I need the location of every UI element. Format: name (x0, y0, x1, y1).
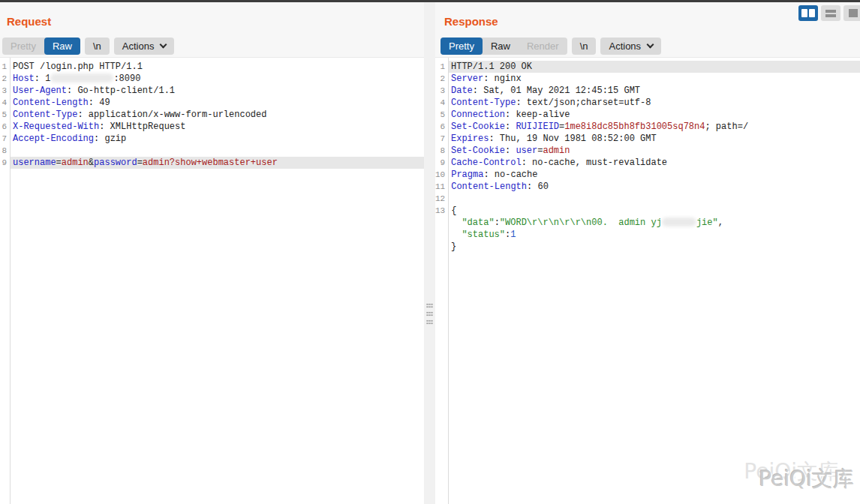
view-split-columns-button[interactable] (798, 5, 818, 21)
editor-line: 4Content-Type: text/json;charset=utf-8 (435, 97, 860, 109)
line-number: 9 (0, 157, 10, 169)
editor-line: 9username=admin&password=admin?show+webm… (0, 157, 424, 169)
line-number: 1 (0, 61, 10, 73)
request-tab-actions[interactable]: Actions (114, 38, 175, 55)
editor-line: 8Set-Cookie: user=admin (435, 145, 860, 157)
line-number: 4 (0, 97, 10, 109)
editor-line: 6X-Requested-With: XMLHttpRequest (0, 121, 424, 133)
line-number: 4 (435, 97, 448, 109)
editor-line: 2Host: 1:8090 (0, 73, 424, 85)
request-tab-pretty[interactable]: Pretty (2, 38, 44, 55)
line-number: 11 (435, 181, 448, 193)
response-tab-pretty[interactable]: Pretty (441, 38, 483, 55)
line-number: 8 (0, 145, 10, 157)
response-tab-actions[interactable]: Actions (600, 38, 661, 55)
line-number (435, 217, 448, 229)
editor-line: 1POST /login.php HTTP/1.1 (0, 61, 424, 73)
editor-line: 8 (0, 145, 424, 157)
line-number: 7 (435, 133, 448, 145)
line-number: 1 (435, 61, 448, 73)
line-number: 5 (435, 109, 448, 121)
editor-line: } (435, 241, 860, 253)
view-single-pane-button[interactable] (843, 5, 860, 21)
line-number (435, 241, 448, 253)
request-panel-title: Request (7, 15, 51, 28)
line-number: 2 (0, 73, 10, 85)
response-tab-raw[interactable]: Raw (483, 38, 519, 55)
request-tab-raw[interactable]: Raw (44, 38, 80, 55)
line-number: 8 (435, 145, 448, 157)
editor-line: 9Cache-Control: no-cache, must-revalidat… (435, 157, 860, 169)
line-number: 3 (0, 85, 10, 97)
editor-line: 7Expires: Thu, 19 Nov 1981 08:52:00 GMT (435, 133, 860, 145)
layout-view-controls (798, 5, 860, 21)
response-tab-group: PrettyRawRender (441, 38, 567, 55)
chevron-down-icon (647, 41, 654, 49)
view-split-rows-button[interactable] (821, 5, 840, 21)
line-number: 2 (435, 73, 448, 85)
splitter-grip-icon[interactable] (426, 303, 433, 325)
line-number: 6 (0, 121, 10, 133)
editor-line: "status":1 (435, 229, 860, 241)
single-pane-icon (849, 9, 858, 17)
line-number: 5 (0, 109, 10, 121)
response-tab-linebreak[interactable]: \n (572, 38, 597, 55)
editor-line: "data":"WORD\r\r\n\r\r\n00. admin yjjie"… (435, 217, 860, 229)
line-number: 6 (435, 121, 448, 133)
line-number: 9 (435, 157, 448, 169)
request-tabs: PrettyRaw\nActions (2, 37, 174, 56)
line-number (435, 229, 448, 241)
request-tab-group: PrettyRaw (2, 38, 80, 55)
split-rows-icon (825, 10, 836, 17)
editor-line: 5Connection: keep-alive (435, 109, 860, 121)
split-columns-icon (809, 9, 815, 17)
editor-line: 10Pragma: no-cache (435, 169, 860, 181)
line-number: 3 (435, 85, 448, 97)
editor-line: 2Server: nginx (435, 73, 860, 85)
redacted-text (662, 218, 696, 226)
request-editor[interactable]: 1POST /login.php HTTP/1.12Host: 1:80903U… (0, 57, 424, 504)
editor-line: 4Content-Length: 49 (0, 97, 424, 109)
editor-line: 12 (435, 193, 860, 205)
editor-line: 3Date: Sat, 01 May 2021 12:45:15 GMT (435, 85, 860, 97)
response-panel-title: Response (444, 15, 498, 28)
editor-line: 11Content-Length: 60 (435, 181, 860, 193)
line-number: 10 (435, 169, 448, 181)
response-tab-render[interactable]: Render (519, 38, 567, 55)
editor-line: 13{ (435, 205, 860, 217)
response-editor[interactable]: 1HTTP/1.1 200 OK2Server: nginx3Date: Sat… (435, 57, 860, 504)
editor-line: 1HTTP/1.1 200 OK (435, 61, 860, 73)
line-number: 12 (435, 193, 448, 205)
panel-splitter[interactable] (424, 2, 435, 504)
editor-line: 5Content-Type: application/x-www-form-ur… (0, 109, 424, 121)
line-number: 7 (0, 133, 10, 145)
editor-line: 3User-Agent: Go-http-client/1.1 (0, 85, 424, 97)
line-number: 13 (435, 205, 448, 217)
response-tabs: PrettyRawRender\nActions (441, 37, 661, 56)
request-tab-linebreak[interactable]: \n (85, 38, 110, 55)
redacted-text (50, 74, 113, 82)
editor-line: 6Set-Cookie: RUIJIEID=1me8i8dc85bh8fb310… (435, 121, 860, 133)
split-columns-icon (801, 9, 807, 17)
chevron-down-icon (160, 41, 167, 49)
editor-line: 7Accept-Encoding: gzip (0, 133, 424, 145)
